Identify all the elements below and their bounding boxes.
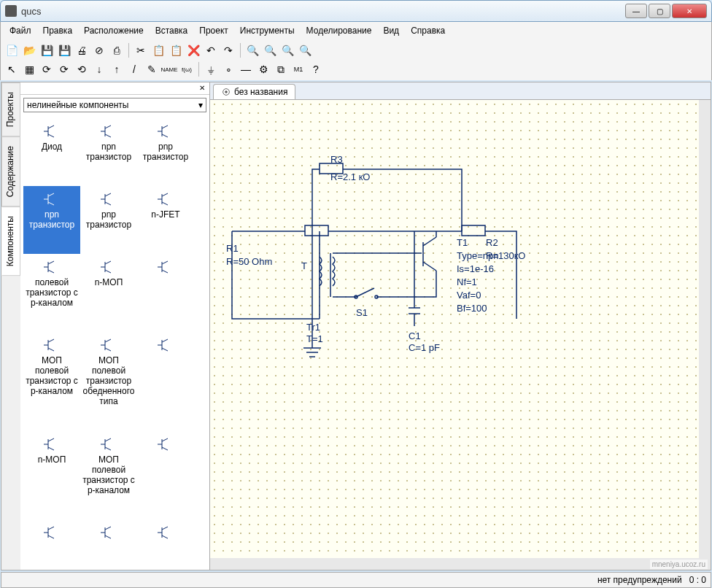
remove-icon[interactable]: ❌: [185, 42, 201, 58]
component-item[interactable]: [137, 431, 194, 519]
panel-close-icon[interactable]: ✕: [199, 84, 208, 93]
svg-text:Tr1: Tr1: [306, 322, 320, 333]
svg-text:Bf=100: Bf=100: [457, 303, 487, 314]
close-button[interactable]: ✕: [672, 4, 707, 18]
ground-icon[interactable]: ⏚: [203, 61, 219, 77]
window-titlebar: qucs — ▢ ✕: [0, 0, 712, 22]
maximize-button[interactable]: ▢: [649, 4, 670, 18]
svg-line-62: [48, 527, 54, 530]
delete-icon[interactable]: ⊘: [91, 42, 107, 58]
component-item[interactable]: МОП полевой транзистор с p-каналом: [23, 332, 80, 430]
component-label: МОП полевой транзистор с p-каналом: [82, 454, 136, 495]
saveall-icon[interactable]: 💾: [56, 42, 72, 58]
zoomfit-icon[interactable]: 🔍: [279, 42, 295, 58]
chevron-down-icon: ▾: [198, 100, 203, 110]
save-icon[interactable]: 💾: [39, 42, 55, 58]
menu-edit[interactable]: Правка: [39, 24, 77, 37]
component-symbol-icon: [25, 189, 79, 209]
component-item[interactable]: npn транзистор: [23, 186, 80, 254]
redo-icon[interactable]: ↷: [220, 42, 236, 58]
component-item[interactable]: npn транзистор: [80, 118, 137, 186]
svg-text:C=1 pF: C=1 pF: [409, 342, 440, 353]
component-item[interactable]: Диод: [23, 118, 80, 186]
line-icon[interactable]: —: [238, 61, 254, 77]
new-icon[interactable]: 📄: [4, 42, 20, 58]
pencil-icon[interactable]: ✎: [144, 61, 160, 77]
printfit-icon[interactable]: ⎙: [109, 42, 125, 58]
port-icon[interactable]: ∘: [220, 61, 236, 77]
component-symbol-icon: [139, 257, 193, 277]
rotccw-icon[interactable]: ⟲: [74, 61, 90, 77]
component-item[interactable]: [137, 519, 194, 567]
svg-text:T=1: T=1: [306, 333, 323, 344]
component-category-dropdown[interactable]: нелинейные компоненты ▾: [23, 98, 206, 112]
menu-insert[interactable]: Вставка: [151, 24, 193, 37]
zoomin-icon[interactable]: 🔍: [244, 42, 260, 58]
name-icon[interactable]: NAME: [161, 61, 177, 77]
component-list[interactable]: Диодnpn транзисторpnp транзисторnpn тран…: [20, 115, 209, 570]
cut-icon[interactable]: ✂: [133, 42, 149, 58]
equation-icon[interactable]: f(ω): [179, 61, 195, 77]
menu-simulation[interactable]: Моделирование: [302, 24, 376, 37]
rotate-icon[interactable]: ⟳: [39, 61, 55, 77]
simulate-icon[interactable]: ⧉: [273, 61, 289, 77]
component-item[interactable]: [137, 332, 194, 430]
menu-help[interactable]: Справка: [406, 24, 449, 37]
select-icon[interactable]: ↖: [4, 61, 20, 77]
document-tab[interactable]: без названия: [213, 84, 295, 99]
schematic-canvas[interactable]: R3 R=2.1 кО R1 R=50 Ohm R2 R=130кО T1 Ty…: [210, 100, 711, 570]
component-item[interactable]: pnp транзистор: [137, 118, 194, 186]
undo-icon[interactable]: ↶: [203, 42, 219, 58]
svg-line-51: [48, 447, 54, 450]
component-item[interactable]: n-МОП: [80, 254, 137, 332]
doc-gear-icon: [221, 87, 231, 97]
tab-projects[interactable]: Проекты: [1, 82, 20, 136]
svg-line-50: [48, 438, 54, 441]
component-item[interactable]: [80, 519, 137, 567]
marker-icon[interactable]: M1: [290, 61, 306, 77]
toolbar-edit: ↖ ▦ ⟳ ⟳ ⟲ ↓ ↑ / ✎ NAME f(ω) ⏚ ∘ — ⚙ ⧉ M1…: [4, 60, 708, 79]
svg-line-18: [105, 193, 111, 196]
menu-tools[interactable]: Инструменты: [236, 24, 299, 37]
component-item[interactable]: n-JFET: [137, 186, 194, 254]
workspace: Проекты Содержание Компоненты ✕ нелинейн…: [1, 82, 711, 570]
wire-icon[interactable]: /: [126, 61, 142, 77]
component-symbol-icon: [82, 121, 136, 142]
gear-icon[interactable]: ⚙: [255, 61, 271, 77]
zoom1-icon[interactable]: 🔍: [297, 42, 313, 58]
component-label: n-JFET: [139, 209, 193, 220]
open-icon[interactable]: 📂: [21, 42, 37, 58]
print-icon[interactable]: 🖨: [74, 42, 90, 58]
component-label: МОП полевой транзистор с p-каналом: [25, 355, 79, 396]
menu-project[interactable]: Проект: [195, 24, 233, 37]
help-icon[interactable]: ?: [308, 61, 324, 77]
menu-view[interactable]: Вид: [379, 24, 403, 37]
zoomout-icon[interactable]: 🔍: [262, 42, 278, 58]
paste-icon[interactable]: 📋: [168, 42, 184, 58]
copy-icon[interactable]: 📋: [150, 42, 166, 58]
component-item[interactable]: МОП полевой транзистор с p-каналом: [80, 431, 137, 519]
svg-rect-74: [305, 225, 328, 236]
moveup-icon[interactable]: ↑: [109, 61, 125, 77]
component-item[interactable]: [23, 519, 80, 567]
movedown-icon[interactable]: ↓: [91, 61, 107, 77]
component-item[interactable]: pnp транзистор: [80, 186, 137, 254]
minimize-button[interactable]: —: [625, 4, 647, 18]
component-item[interactable]: [137, 254, 194, 332]
svg-line-55: [105, 447, 111, 450]
menu-layout[interactable]: Расположение: [80, 24, 148, 37]
svg-line-63: [48, 535, 54, 538]
component-item[interactable]: полевой транзистор с p-каналом: [23, 254, 80, 332]
svg-text:Type=npn: Type=npn: [457, 250, 498, 261]
component-item[interactable]: n-МОП: [23, 431, 80, 519]
component-label: n-МОП: [25, 454, 79, 465]
rotate2-icon[interactable]: ⟳: [56, 61, 72, 77]
tab-components[interactable]: Компоненты: [1, 206, 20, 276]
menu-file[interactable]: Файл: [5, 24, 36, 37]
component-item[interactable]: МОП полевой транзистор обедненного типа: [80, 332, 137, 430]
tab-contents[interactable]: Содержание: [1, 136, 20, 206]
component-label: npn транзистор: [82, 142, 136, 162]
svg-line-67: [105, 535, 111, 538]
side-tab-strip: Проекты Содержание Компоненты: [1, 82, 20, 570]
grid-icon[interactable]: ▦: [21, 61, 37, 77]
